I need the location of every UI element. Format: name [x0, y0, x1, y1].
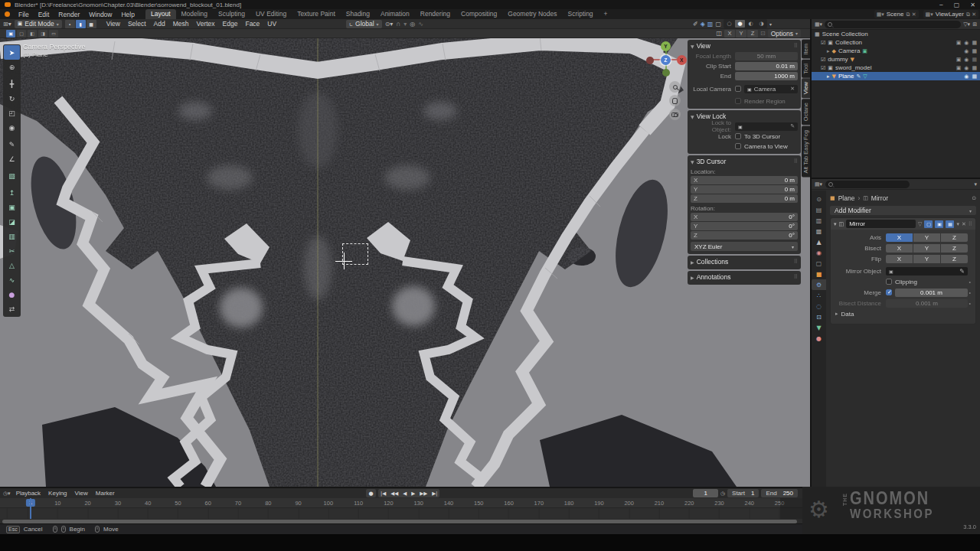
eyedropper-icon[interactable]: ✎: [959, 268, 965, 275]
axis-button[interactable]: Y: [913, 233, 940, 242]
extras-dropdown-icon[interactable]: ▾: [956, 221, 959, 227]
rotation-field[interactable]: X0°: [691, 213, 798, 221]
tool-transform[interactable]: ◉: [4, 120, 20, 135]
show-render-icon[interactable]: ▦: [946, 220, 954, 228]
properties-tab-render[interactable]: ▤: [812, 204, 826, 215]
bisect-button[interactable]: X: [886, 244, 913, 253]
falloff-icon[interactable]: ∿: [418, 21, 423, 28]
camera-to-view-checkbox[interactable]: [735, 143, 741, 149]
disable-render-icon[interactable]: ▦: [972, 65, 977, 71]
editor-type-selector[interactable]: ▤▾: [815, 181, 822, 187]
blender-menu-icon[interactable]: [5, 11, 10, 17]
outliner-search-input[interactable]: [825, 21, 961, 28]
gizmo-z-axis[interactable]: Z: [661, 55, 671, 65]
window-control-button[interactable]: ‒: [939, 2, 943, 8]
properties-tab-output[interactable]: ▥: [812, 215, 826, 226]
disable-render-icon[interactable]: ▦: [972, 40, 977, 46]
tool-add-cube[interactable]: ▧: [4, 168, 20, 183]
viewport-canvas[interactable]: Camera Perspective (1) Plane ➤⊕╋↻◰◉✎∠▧↥▣…: [0, 38, 812, 487]
viewport-menu-item[interactable]: Edge: [219, 20, 242, 28]
rotation-field[interactable]: Z0°: [691, 231, 798, 240]
snap-dropdown[interactable]: ▾: [403, 21, 407, 28]
display-mode-icon[interactable]: ▦▾: [815, 21, 822, 28]
exclude-icon[interactable]: ▣: [956, 65, 962, 71]
clear-icon[interactable]: ✕: [790, 86, 795, 92]
collection-checkbox-icon[interactable]: ☑: [821, 40, 825, 46]
pivot-point-dropdown[interactable]: ⊙▾: [385, 21, 394, 28]
outliner-row-collection[interactable]: ☑ ▣ Collection ▣◉▦: [812, 38, 980, 47]
mirror-axis-button[interactable]: X: [724, 30, 735, 37]
pin-icon[interactable]: ⊙: [972, 195, 976, 201]
viewport-menu-item[interactable]: Select: [124, 20, 150, 28]
vp-overlays-icon[interactable]: ◈: [701, 21, 705, 28]
merge-threshold-field[interactable]: 0.001 m: [895, 289, 968, 297]
filter-icon[interactable]: ▽▾: [963, 21, 970, 28]
outliner-row-dummy[interactable]: ☑ dummy ▼ ▣◉▦: [812, 55, 980, 64]
render-region-checkbox[interactable]: [735, 98, 741, 104]
show-edit-mode-icon[interactable]: ▢: [924, 220, 933, 228]
active-tool-icon[interactable]: ▣: [6, 30, 15, 37]
expand-icon[interactable]: ▸: [827, 73, 830, 80]
collection-checkbox-icon[interactable]: ☑: [821, 57, 825, 63]
tool-poly-build[interactable]: △: [4, 258, 20, 272]
hide-icon[interactable]: ◉: [964, 48, 969, 54]
bisect-button[interactable]: Y: [913, 244, 940, 253]
menu-item[interactable]: Help: [116, 11, 139, 18]
axis-button[interactable]: X: [886, 233, 913, 242]
scene-selector[interactable]: ▦▾ Scene ⧉ ✕: [874, 10, 919, 18]
zoom-button[interactable]: [669, 81, 681, 93]
drag-handle-icon[interactable]: ⠿: [969, 221, 972, 227]
editor-type-selector[interactable]: ⊞▾: [3, 21, 11, 28]
tool-option-icon-3[interactable]: ◨: [38, 30, 47, 37]
pan-button[interactable]: [669, 95, 681, 106]
navigation-gizmo[interactable]: Y Z X: [643, 41, 689, 148]
properties-tab-physics[interactable]: ◌: [812, 301, 826, 311]
expand-icon[interactable]: ▸: [835, 311, 838, 317]
tool-cursor[interactable]: ⊕: [4, 60, 20, 74]
tool-option-icon-1[interactable]: ▢: [17, 30, 26, 37]
collapse-icon[interactable]: ▼: [691, 114, 694, 119]
viewport-menu-item[interactable]: Add: [150, 20, 169, 28]
shading-dropdown[interactable]: ▾: [769, 21, 772, 27]
properties-tab-object[interactable]: ■: [812, 269, 826, 279]
outliner-row-sword-model[interactable]: ☑ ▣ sword_model ▣◉▦: [812, 64, 980, 72]
exclude-icon[interactable]: ▣: [956, 40, 962, 46]
outliner-row-camera[interactable]: ▸ ◆ Camera ▣ ◉▦: [812, 47, 980, 55]
mirror-axis-button[interactable]: Z: [747, 30, 758, 37]
vertex-select-button[interactable]: ∙: [65, 20, 75, 28]
tool-inset-faces[interactable]: ▣: [4, 200, 20, 214]
transport-play-reverse[interactable]: ◀: [400, 491, 409, 497]
properties-tab-object-data[interactable]: ▼: [812, 322, 826, 333]
vp-xray-icon[interactable]: ▥: [707, 21, 714, 28]
properties-tab-material[interactable]: ●: [812, 333, 826, 344]
menu-item[interactable]: Render: [54, 11, 84, 18]
clip-end-field[interactable]: 1000 m: [735, 72, 798, 80]
properties-tab-constraints[interactable]: ⊡: [812, 311, 826, 322]
playhead-line[interactable]: [30, 498, 31, 519]
collapse-icon[interactable]: ▼: [691, 159, 694, 165]
flip-button[interactable]: X: [886, 255, 913, 263]
modifier-name-field[interactable]: Mirror: [846, 220, 916, 228]
disable-render-icon[interactable]: ▦: [972, 48, 977, 54]
local-camera-field[interactable]: ▣Camera✕: [744, 85, 798, 93]
show-realtime-icon[interactable]: ▣: [935, 220, 943, 228]
current-frame-field[interactable]: 1: [693, 489, 717, 497]
edge-select-button[interactable]: ▮: [76, 20, 86, 28]
window-control-button[interactable]: ✕: [970, 2, 975, 8]
transport-next-keyframe[interactable]: ▶▶: [417, 491, 430, 497]
mirror-axis-button[interactable]: Y: [736, 30, 746, 37]
hide-icon[interactable]: ◉: [964, 65, 969, 71]
proportional-editing-icon[interactable]: ◎: [410, 21, 415, 28]
expand-icon[interactable]: ▶: [691, 259, 694, 265]
add-modifier-button[interactable]: Add Modifier ▾: [830, 206, 976, 215]
bisect-distance-field[interactable]: 0.001 m: [886, 299, 968, 308]
viewport-menu-item[interactable]: Vertex: [192, 20, 218, 28]
tool-extrude-region[interactable]: ↥: [4, 185, 20, 200]
transport-play[interactable]: ▶: [409, 491, 417, 497]
shading-wireframe[interactable]: ○: [724, 20, 734, 28]
rotation-order-dropdown[interactable]: XYZ Euler▾: [691, 242, 798, 251]
focal-length-field[interactable]: 50 mm: [735, 52, 798, 60]
properties-tab-world[interactable]: ◉: [812, 247, 826, 258]
new-scene-icon[interactable]: ⧉ ✕: [906, 11, 916, 18]
properties-tab-view-layer[interactable]: ▩: [812, 226, 826, 236]
